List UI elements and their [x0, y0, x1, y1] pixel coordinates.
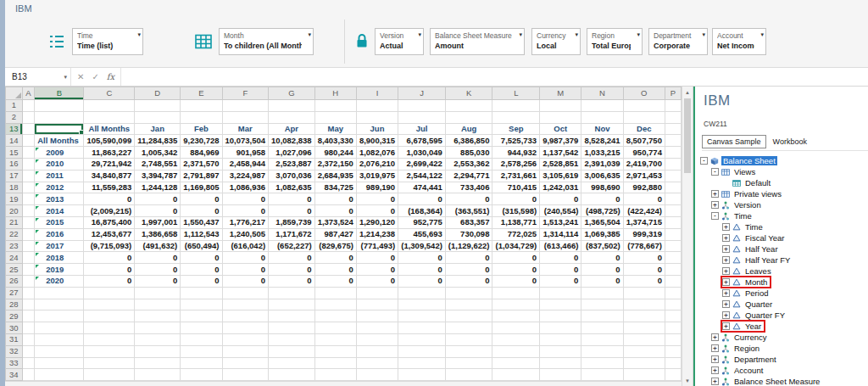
tree-item-year[interactable]: +Year	[700, 321, 868, 332]
cell-P16[interactable]	[665, 158, 681, 170]
cell-J21[interactable]: 952,775	[398, 216, 446, 228]
chevron-down-icon[interactable]: ▾	[64, 74, 67, 81]
cell-L14[interactable]: 7,525,733	[492, 135, 540, 147]
cell-I1[interactable]	[356, 100, 398, 112]
cell-B19[interactable]: 2013	[35, 193, 84, 205]
chevron-down-icon[interactable]: ▾	[418, 31, 421, 38]
cell-O33[interactable]	[623, 357, 665, 369]
cell-M33[interactable]	[540, 357, 581, 369]
cell-O14[interactable]: 8,507,750	[623, 135, 665, 147]
cell-D21[interactable]: 1,997,001	[135, 216, 181, 228]
cell-L25[interactable]: 0	[492, 264, 540, 276]
collapse-icon[interactable]: -	[700, 157, 708, 165]
cell-K31[interactable]	[445, 333, 492, 345]
cell-A32[interactable]	[22, 345, 35, 357]
cell-J24[interactable]: 0	[398, 252, 446, 264]
cell-I25[interactable]: 0	[356, 264, 398, 276]
cell-A13[interactable]	[22, 123, 35, 135]
cell-G26[interactable]: 0	[269, 275, 315, 287]
cell-F23[interactable]: (616,042)	[222, 240, 269, 252]
cell-M13[interactable]: Oct	[540, 123, 581, 135]
ribbon-dropdown-department[interactable]: DepartmentCorporate▾	[648, 28, 708, 55]
cell-B13[interactable]	[35, 123, 84, 135]
column-header-B[interactable]: B	[35, 87, 84, 100]
cell-B21[interactable]: 2015	[35, 216, 84, 228]
cell-E31[interactable]	[181, 333, 222, 345]
cell-D31[interactable]	[135, 333, 181, 345]
cell-I23[interactable]: (771,493)	[356, 240, 398, 252]
cell-M19[interactable]: 0	[540, 193, 581, 205]
cell-G15[interactable]: 1,027,096	[269, 147, 315, 159]
cell-N24[interactable]: 0	[581, 252, 623, 264]
cell-B26[interactable]: 2020	[35, 275, 84, 287]
cell-F25[interactable]: 0	[222, 264, 269, 276]
expand-icon[interactable]: +	[722, 300, 730, 308]
cell-K13[interactable]: Aug	[445, 123, 492, 135]
cell-O15[interactable]: 950,774	[623, 147, 665, 159]
cell-C19[interactable]: 0	[84, 193, 135, 205]
tree-item-time[interactable]: -Time	[700, 210, 868, 221]
tree-item-region[interactable]: +Region	[700, 343, 868, 354]
chevron-down-icon[interactable]: ▾	[137, 31, 141, 38]
cell-F21[interactable]: 1,776,217	[222, 216, 269, 228]
cell-H20[interactable]: 0	[314, 205, 356, 217]
row-header-16[interactable]: 16	[6, 158, 23, 170]
cell-A34[interactable]	[22, 369, 35, 381]
cell-G20[interactable]: 0	[269, 205, 315, 217]
horizontal-scrollbar[interactable]	[5, 381, 682, 386]
cell-E13[interactable]: Feb	[181, 123, 222, 135]
cell-A14[interactable]	[22, 135, 35, 147]
column-header-O[interactable]: O	[623, 87, 665, 100]
cell-N22[interactable]: 1,069,385	[581, 228, 623, 240]
cell-A23[interactable]	[22, 240, 35, 252]
cell-J25[interactable]: 0	[398, 264, 446, 276]
cell-H27[interactable]	[314, 287, 356, 299]
cell-H1[interactable]	[314, 100, 356, 112]
expand-icon[interactable]: +	[722, 289, 730, 297]
cell-I2[interactable]	[356, 111, 398, 123]
cell-L34[interactable]	[492, 369, 540, 381]
cell-N20[interactable]: (498,725)	[581, 205, 623, 217]
cell-J30[interactable]	[398, 322, 446, 334]
tree-item-half-year-fy[interactable]: +Half Year FY	[700, 255, 868, 266]
cell-F22[interactable]: 1,240,505	[222, 228, 269, 240]
cell-G23[interactable]: (652,227)	[269, 240, 315, 252]
tree-item-private-views[interactable]: +Private views	[700, 188, 868, 199]
list-icon[interactable]	[47, 33, 66, 50]
cell-A2[interactable]	[22, 111, 35, 123]
cell-K27[interactable]	[445, 287, 492, 299]
cell-H23[interactable]: (829,675)	[314, 240, 356, 252]
cell-M21[interactable]: 1,513,241	[540, 216, 581, 228]
ribbon-dropdown-month[interactable]: MonthTo children (All Months▾	[219, 28, 314, 55]
cell-I29[interactable]	[356, 310, 398, 322]
row-header-19[interactable]: 19	[6, 193, 23, 205]
cell-B34[interactable]	[35, 369, 84, 381]
cell-C32[interactable]	[84, 345, 135, 357]
cell-M31[interactable]	[540, 333, 581, 345]
cell-I20[interactable]: 0	[356, 205, 398, 217]
row-header-21[interactable]: 21	[6, 216, 23, 228]
cell-E1[interactable]	[181, 100, 222, 112]
cell-I27[interactable]	[356, 287, 398, 299]
cell-N32[interactable]	[581, 345, 623, 357]
cell-F24[interactable]: 0	[222, 252, 269, 264]
cell-M26[interactable]: 0	[540, 275, 581, 287]
cell-I28[interactable]	[356, 299, 398, 310]
cell-O16[interactable]: 2,419,700	[623, 158, 665, 170]
cell-G16[interactable]: 2,523,887	[269, 158, 315, 170]
cell-E17[interactable]: 2,791,897	[181, 170, 222, 182]
tree-item-balance-sheet-measure[interactable]: +Balance Sheet Measure	[700, 376, 868, 386]
cell-O34[interactable]	[623, 369, 665, 381]
cell-B31[interactable]	[35, 333, 84, 345]
column-header-E[interactable]: E	[181, 87, 222, 100]
cell-L15[interactable]: 944,932	[492, 147, 540, 159]
cell-L20[interactable]: (315,598)	[492, 205, 540, 217]
cell-G31[interactable]	[269, 333, 315, 345]
cell-K15[interactable]: 885,030	[445, 147, 492, 159]
cell-O1[interactable]	[623, 100, 665, 112]
cell-I22[interactable]: 1,214,238	[356, 228, 398, 240]
cell-P24[interactable]	[665, 252, 681, 264]
cell-N2[interactable]	[581, 111, 623, 123]
cell-F14[interactable]: 10,073,504	[222, 135, 269, 147]
row-header-28[interactable]: 28	[6, 299, 23, 310]
